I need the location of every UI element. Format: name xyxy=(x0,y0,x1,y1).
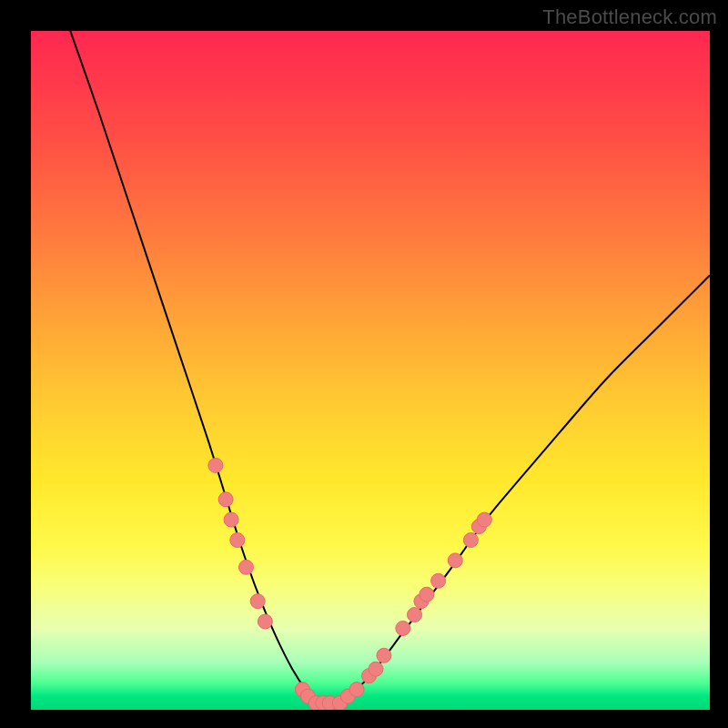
marker-dot xyxy=(250,594,265,609)
watermark-text: TheBottleneck.com xyxy=(542,5,717,29)
marker-dot xyxy=(224,512,238,527)
marker-dot xyxy=(431,573,446,588)
plot-area xyxy=(31,31,710,710)
marker-dot xyxy=(230,533,245,548)
marker-dot xyxy=(477,512,491,527)
marker-dot xyxy=(463,533,478,548)
chart-frame: TheBottleneck.com xyxy=(0,0,728,728)
marker-dot xyxy=(238,560,253,574)
marker-dot xyxy=(369,662,383,676)
marker-dot xyxy=(377,648,391,662)
marker-dot xyxy=(258,614,272,629)
chart-svg xyxy=(31,31,710,710)
curve-left-branch xyxy=(70,31,319,703)
marker-group xyxy=(208,458,491,710)
marker-dot xyxy=(218,492,233,507)
curve-right-branch xyxy=(333,276,710,703)
marker-dot xyxy=(208,458,223,472)
marker-dot xyxy=(349,682,364,697)
marker-dot xyxy=(448,553,462,568)
marker-dot xyxy=(420,587,434,602)
marker-dot xyxy=(396,621,410,635)
marker-dot xyxy=(407,608,421,622)
